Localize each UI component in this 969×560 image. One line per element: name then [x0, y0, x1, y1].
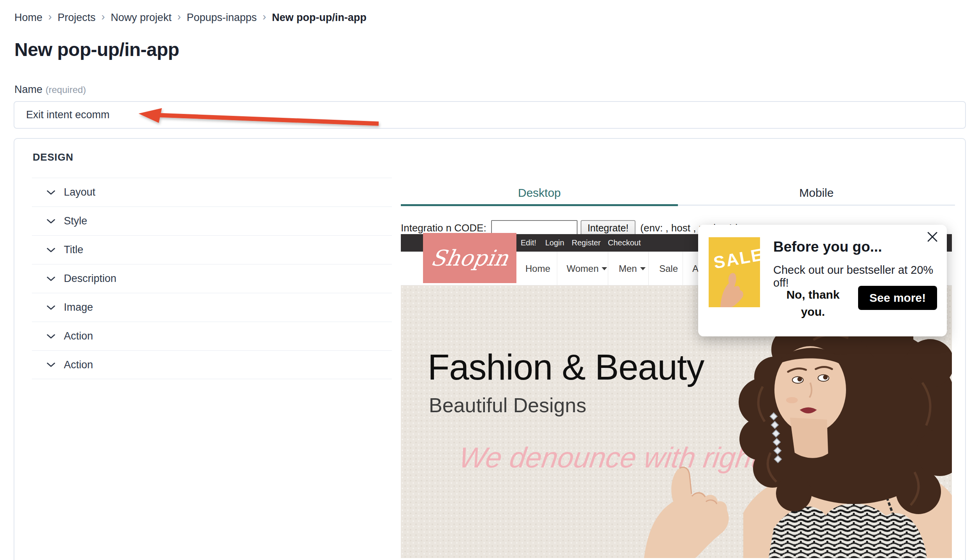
accordion-section-title[interactable]: Title	[32, 235, 392, 264]
breadcrumb: Home › Projects › Nowy projekt › Popups-…	[14, 12, 367, 24]
active-tab-indicator	[401, 204, 678, 206]
design-panel-title: DESIGN	[33, 151, 73, 163]
accordion-section-layout[interactable]: Layout	[32, 178, 392, 206]
chevron-down-icon	[47, 362, 55, 368]
menu-divider	[557, 252, 557, 285]
breadcrumb-current: New pop-up/in-app	[272, 12, 367, 24]
tab-mobile[interactable]: Mobile	[678, 182, 955, 205]
close-icon[interactable]	[927, 231, 938, 243]
popup-title: Before you go...	[773, 239, 882, 255]
accordion-section-action-2[interactable]: Action	[32, 350, 392, 379]
sale-image: SALE	[709, 237, 760, 307]
hero-photo-hair	[739, 308, 952, 514]
site-logo-text: Shopin	[429, 245, 510, 271]
chevron-down-icon	[47, 305, 55, 310]
integrate-button[interactable]: Integrate!	[581, 220, 636, 236]
site-logo[interactable]: Shopin	[423, 233, 516, 283]
breadcrumb-popups-inapps[interactable]: Popups-inapps	[187, 12, 257, 24]
hero-photo-hand	[644, 467, 729, 558]
breadcrumb-separator-icon: ›	[48, 11, 52, 23]
menu-item-men[interactable]: Men	[619, 252, 646, 285]
accordion-section-label: Action	[64, 359, 93, 371]
page-title: New pop-up/in-app	[14, 39, 179, 60]
menu-divider	[608, 252, 608, 285]
accordion-section-label: Description	[64, 273, 116, 285]
accordion-section-image[interactable]: Image	[32, 293, 392, 322]
accordion-section-label: Layout	[64, 186, 95, 198]
chevron-down-icon	[47, 219, 55, 224]
tab-desktop[interactable]: Desktop	[401, 182, 678, 205]
name-label-text: Name	[14, 84, 42, 95]
breadcrumb-separator-icon: ›	[102, 11, 105, 23]
accordion-section-label: Style	[64, 215, 87, 227]
topbar-link-checkout[interactable]: Checkout	[608, 234, 641, 252]
integration-label: Integratio n CODE:	[401, 222, 486, 234]
menu-divider	[683, 252, 683, 285]
topbar-link-login[interactable]: Login	[545, 234, 564, 252]
name-input[interactable]	[14, 101, 966, 129]
popup-cta-button[interactable]: See more!	[858, 286, 937, 310]
menu-item-women[interactable]: Women	[567, 252, 607, 285]
exit-intent-popup: SALE Before you go... Check out our best…	[698, 225, 947, 336]
breadcrumb-projects[interactable]: Projects	[58, 12, 96, 24]
design-accordion: Layout Style Title Description Image Act…	[32, 178, 392, 379]
accordion-section-label: Image	[64, 301, 93, 313]
breadcrumb-separator-icon: ›	[263, 11, 266, 23]
breadcrumb-separator-icon: ›	[177, 11, 181, 23]
topbar-link-register[interactable]: Register	[572, 234, 600, 252]
menu-item-label: Sale	[659, 252, 678, 285]
chevron-down-icon	[47, 190, 55, 195]
menu-item-home[interactable]: Home	[525, 252, 550, 285]
chevron-down-icon	[47, 247, 55, 253]
accordion-section-label: Action	[64, 330, 93, 342]
popup-decline-button[interactable]: No, thank you.	[776, 286, 850, 320]
breadcrumb-nowy-projekt[interactable]: Nowy projekt	[111, 12, 172, 24]
accordion-section-label: Title	[64, 244, 83, 256]
caret-down-icon	[640, 267, 646, 270]
accordion-section-style[interactable]: Style	[32, 206, 392, 235]
name-field-label: Name(required)	[14, 84, 86, 96]
menu-item-label: Women	[567, 252, 599, 285]
topbar-link-edit[interactable]: Edit!	[521, 234, 536, 252]
menu-item-label: Men	[619, 252, 637, 285]
menu-item-label: Home	[525, 252, 550, 285]
chevron-down-icon	[47, 276, 55, 282]
preview-column: Desktop Mobile Integratio n CODE: Integr…	[401, 139, 955, 560]
caret-down-icon	[602, 267, 607, 270]
editor-card: DESIGN Layout Style Title Description Im…	[14, 138, 966, 560]
preview-device-tabs: Desktop Mobile	[401, 182, 955, 206]
menu-divider	[648, 252, 649, 285]
required-hint: (required)	[46, 84, 86, 95]
accordion-section-description[interactable]: Description	[32, 264, 392, 293]
chevron-down-icon	[47, 334, 55, 339]
breadcrumb-home[interactable]: Home	[14, 12, 42, 24]
accordion-section-action-1[interactable]: Action	[32, 322, 392, 350]
menu-item-sale[interactable]: Sale	[659, 252, 678, 285]
